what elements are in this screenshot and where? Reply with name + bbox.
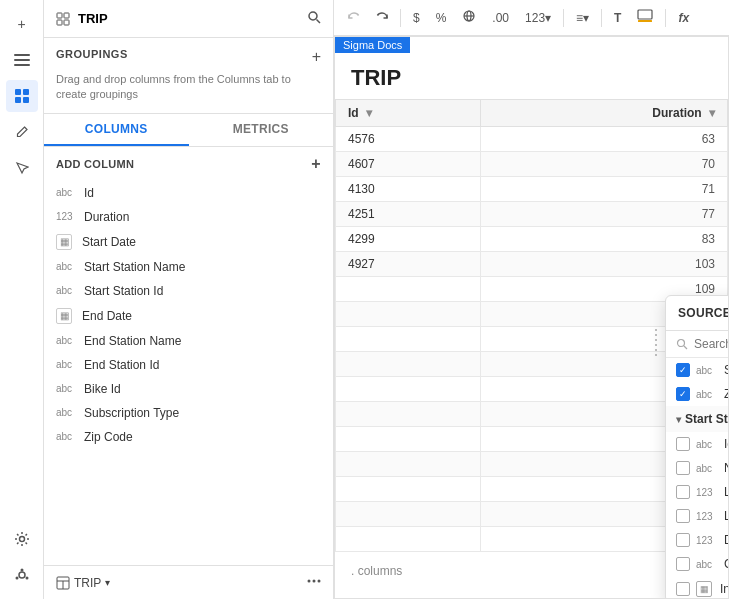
type-badge: abc (56, 407, 78, 418)
undo-button[interactable] (342, 6, 366, 30)
cell-id (336, 427, 481, 452)
svg-point-9 (20, 569, 23, 572)
panel-footer: TRIP ▾ (44, 565, 333, 599)
footer-menu-icon[interactable] (307, 574, 321, 591)
cell-id (336, 402, 481, 427)
svg-point-10 (25, 577, 28, 580)
table-small-icon (56, 12, 70, 26)
popup-title: SOURCE COLUMNS (678, 306, 729, 320)
settings-icon[interactable] (6, 523, 38, 555)
list-item[interactable]: abc Start Station Id (44, 279, 333, 303)
search-row (666, 331, 729, 358)
add-column-row: ADD COLUMN + (44, 147, 333, 181)
checkbox-zip-code[interactable]: ✓ (676, 387, 690, 401)
footer-table-name[interactable]: TRIP ▾ (56, 576, 110, 590)
item-label: City (724, 557, 729, 571)
hamburger-icon[interactable] (6, 44, 38, 76)
footer-table-label: TRIP (74, 576, 101, 590)
network-icon[interactable] (6, 559, 38, 591)
popup-item[interactable]: ✓ abc Zip Code (666, 382, 729, 406)
table-icon[interactable] (6, 80, 38, 112)
pen-icon[interactable] (6, 116, 38, 148)
tab-columns[interactable]: COLUMNS (44, 114, 189, 146)
item-label: Subscription Type (724, 363, 729, 377)
list-item[interactable]: abc Bike Id (44, 377, 333, 401)
section-header-start-station[interactable]: ▾ Start Station Details (666, 406, 729, 432)
list-item[interactable]: abc End Station Name (44, 329, 333, 353)
toolbar-divider4 (665, 9, 666, 27)
tab-metrics[interactable]: METRICS (189, 114, 334, 146)
popup-item[interactable]: ✓ abc Subscription Type (666, 358, 729, 382)
text-format-button[interactable]: T (608, 9, 627, 27)
popup-item[interactable]: 123 Lat (666, 480, 729, 504)
drag-handle[interactable] (650, 322, 662, 362)
popup-item[interactable]: abc City (666, 552, 729, 576)
col-name: End Date (82, 309, 132, 323)
type-badge: abc (56, 383, 78, 394)
list-item[interactable]: abc Zip Code (44, 425, 333, 449)
svg-rect-16 (64, 20, 69, 25)
popup-item[interactable]: 123 Long (666, 504, 729, 528)
currency-button[interactable]: $ (407, 9, 426, 27)
cell-duration: 63 (481, 127, 728, 152)
col-header-id[interactable]: Id ▾ (336, 100, 481, 127)
popup-item[interactable]: 123 Dock Count (666, 528, 729, 552)
checkbox-id[interactable] (676, 437, 690, 451)
svg-point-7 (19, 537, 24, 542)
percent-button[interactable]: % (430, 9, 453, 27)
popup-item[interactable]: abc Name (666, 456, 729, 480)
type-badge: abc (56, 431, 78, 442)
groupings-title: GROUPINGS (56, 48, 128, 60)
chevron-down-icon: ▾ (676, 414, 681, 425)
add-column-plus[interactable]: + (311, 155, 321, 173)
checkbox-long[interactable] (676, 509, 690, 523)
col-name: Start Station Name (84, 260, 185, 274)
svg-line-31 (684, 346, 687, 349)
alignment-button[interactable]: ≡▾ (570, 9, 595, 27)
checkbox-installation-date[interactable] (676, 582, 690, 596)
list-item[interactable]: abc Subscription Type (44, 401, 333, 425)
search-icon[interactable] (307, 10, 321, 27)
svg-point-17 (309, 12, 317, 20)
checkbox-name[interactable] (676, 461, 690, 475)
popup-item[interactable]: abc Id (666, 432, 729, 456)
list-item[interactable]: abc Start Station Name (44, 255, 333, 279)
col-header-duration[interactable]: Duration ▾ (481, 100, 728, 127)
cell-id: 4927 (336, 252, 481, 277)
search-input[interactable] (694, 337, 729, 351)
list-item[interactable]: ▦ End Date (44, 303, 333, 329)
fx-button[interactable]: fx (672, 9, 695, 27)
list-item[interactable]: ▦ Start Date (44, 229, 333, 255)
item-label: Name (724, 461, 729, 475)
checkbox-subscription-type[interactable]: ✓ (676, 363, 690, 377)
section-label: Start Station Details (685, 412, 729, 426)
item-label: Installation Date (720, 582, 729, 596)
col-name: Id (84, 186, 94, 200)
plus-icon[interactable]: + (6, 8, 38, 40)
panel-header: TRIP (44, 0, 333, 38)
col-name: End Station Id (84, 358, 159, 372)
cell-id (336, 527, 481, 552)
paint-button[interactable] (631, 7, 659, 28)
list-item[interactable]: abc Id (44, 181, 333, 205)
svg-point-30 (678, 340, 685, 347)
cell-duration: 70 (481, 152, 728, 177)
svg-point-24 (318, 580, 321, 583)
cell-duration: 71 (481, 177, 728, 202)
checkbox-lat[interactable] (676, 485, 690, 499)
table-footer-icon (56, 576, 70, 590)
checkbox-city[interactable] (676, 557, 690, 571)
list-item[interactable]: abc End Station Id (44, 353, 333, 377)
list-item[interactable]: 123 Duration (44, 205, 333, 229)
groupings-add-icon[interactable]: + (312, 48, 321, 66)
add-column-label: ADD COLUMN (56, 158, 134, 170)
popup-item[interactable]: ▦ Installation Date (666, 576, 729, 599)
number-format-button[interactable]: 123▾ (519, 9, 557, 27)
left-panel: TRIP GROUPINGS + Drag and drop columns f… (44, 0, 334, 599)
cal-icon: ▦ (56, 308, 72, 324)
phone-button[interactable] (456, 7, 482, 28)
decimal-button[interactable]: .00 (486, 9, 515, 27)
redo-button[interactable] (370, 6, 394, 30)
checkbox-dock-count[interactable] (676, 533, 690, 547)
cursor-icon[interactable] (6, 152, 38, 184)
